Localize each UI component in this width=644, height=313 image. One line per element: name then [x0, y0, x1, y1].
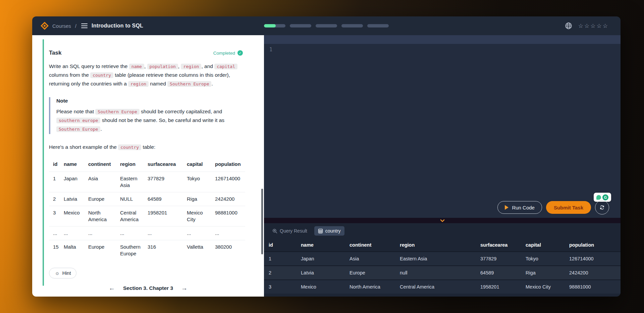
table-cell: North America	[346, 280, 396, 294]
example-intro: Here's a short example of the country ta…	[49, 144, 243, 150]
table-cell: Eastern Asia	[120, 172, 148, 192]
text-segment: .	[100, 126, 102, 132]
table-cell: Asia	[346, 252, 396, 265]
table-cell: 1958201	[148, 206, 187, 226]
table-row: 15MaltaEuropeSouthern Europe316Valletta3…	[49, 240, 245, 260]
table-cell: Tokyo	[187, 172, 215, 192]
table-cell: Riga	[187, 192, 215, 206]
tab-query-result[interactable]: Query Result	[269, 226, 311, 236]
table-cell: ...	[148, 227, 187, 240]
inline-code: name	[129, 64, 144, 69]
table-row: 3MexicoNorth AmericaCentral America19582…	[264, 279, 621, 294]
inline-code: region	[128, 81, 149, 87]
editor-line-number: 1	[269, 47, 272, 53]
table-cell: null	[396, 266, 477, 279]
table-cell: 126714000	[215, 172, 245, 192]
table-icon	[318, 229, 323, 234]
column-header: region	[396, 239, 477, 251]
status-badge: Completed ✓	[213, 50, 243, 56]
table-cell: 64589	[477, 266, 522, 279]
table-cell: 2	[49, 192, 64, 206]
hint-label: Hint	[62, 270, 71, 276]
table-cell: Mexico	[64, 206, 88, 226]
table-cell: 2424200	[215, 192, 245, 206]
run-code-button[interactable]: Run Code	[497, 201, 542, 214]
column-header: population	[215, 158, 245, 172]
table-cell: 1	[264, 252, 298, 265]
table-cell: ...	[88, 227, 120, 240]
progress-segment[interactable]	[341, 24, 363, 27]
column-header: name	[298, 239, 346, 251]
star-icon[interactable]: ☆	[578, 23, 583, 29]
menu-icon[interactable]	[81, 23, 88, 28]
note-title: Note	[56, 98, 243, 104]
progress-segment[interactable]	[264, 24, 285, 27]
table-cell: ...	[187, 227, 215, 240]
progress-segment[interactable]	[290, 24, 311, 27]
task-completed-stripe	[43, 39, 44, 286]
inline-code: Southern Europe	[56, 126, 100, 132]
code-editor[interactable]: 1 G Run Code Submit Task	[264, 35, 621, 218]
table-cell: ...	[120, 227, 148, 240]
breadcrumb-courses[interactable]: Courses	[52, 23, 71, 29]
scrollbar-thumb[interactable]	[261, 189, 263, 254]
inline-code: country	[90, 72, 113, 78]
table-cell: NULL	[120, 192, 148, 206]
result-table-header: idnamecontinentregionsurfaceareacapitalp…	[264, 239, 621, 251]
table-cell: 15	[49, 240, 64, 260]
table-cell: Latvia	[64, 192, 88, 206]
content-divider	[43, 37, 236, 37]
table-cell: 126714000	[566, 252, 621, 265]
column-header: capital	[522, 239, 566, 251]
text-segment: ,	[144, 63, 147, 69]
chapter-label: Section 3. Chapter 3	[123, 285, 173, 291]
panel-divider[interactable]	[264, 218, 621, 223]
table-cell: North America	[88, 206, 120, 226]
rating-stars[interactable]: ☆☆☆☆☆	[578, 23, 608, 29]
table-cell: Mexico City	[522, 280, 566, 294]
tab-label: Query Result	[280, 228, 307, 234]
table-cell: 377829	[477, 252, 522, 265]
app-topbar: Courses / Introduction to SQL ☆☆☆☆☆	[32, 16, 621, 35]
table-cell: Europe	[88, 240, 120, 260]
table-cell: Central America	[120, 206, 148, 226]
table-cell: Japan	[64, 172, 88, 192]
chapter-nav: ← Section 3. Chapter 3 →	[32, 285, 264, 291]
column-header: id	[264, 239, 298, 251]
hint-button[interactable]: ☼ Hint	[49, 268, 76, 278]
progress-segment[interactable]	[316, 24, 337, 27]
task-panel: Task Completed ✓ Write an SQL query to r…	[32, 35, 264, 297]
inline-code: Southern Europe	[95, 109, 139, 115]
status-label: Completed	[213, 51, 235, 56]
text-segment: table:	[141, 144, 155, 150]
results-tabs: Query Result country	[264, 223, 621, 239]
star-icon[interactable]: ☆	[584, 23, 589, 29]
progress-segment[interactable]	[367, 24, 389, 27]
table-cell: 64589	[148, 192, 187, 206]
inline-code: country	[118, 144, 141, 150]
next-chapter-button[interactable]: →	[181, 285, 187, 291]
table-cell: 377829	[148, 172, 187, 192]
table-cell: 380200	[215, 240, 245, 260]
table-cell: Mexico City	[187, 206, 215, 226]
table-cell: Riga	[522, 266, 566, 279]
globe-icon[interactable]	[565, 22, 572, 29]
task-content: Task Completed ✓ Write an SQL query to r…	[32, 35, 264, 278]
table-cell: 3	[49, 206, 64, 226]
column-header: name	[64, 158, 88, 172]
app-logo-icon[interactable]	[40, 21, 49, 30]
submit-task-button[interactable]: Submit Task	[546, 201, 591, 214]
zoom-icon	[272, 229, 277, 234]
table-row: 3MexicoNorth AmericaCentral America19582…	[49, 206, 245, 226]
prev-chapter-button[interactable]: ←	[109, 285, 115, 291]
table-cell: Japan	[298, 252, 346, 265]
tab-country[interactable]: country	[314, 226, 344, 236]
column-header: capital	[187, 158, 215, 172]
column-header: continent	[346, 239, 396, 251]
star-icon[interactable]: ☆	[590, 23, 595, 29]
star-icon[interactable]: ☆	[597, 23, 602, 29]
column-header: id	[49, 158, 64, 172]
reset-code-button[interactable]	[595, 200, 609, 214]
star-icon[interactable]: ☆	[603, 23, 608, 29]
table-cell: 1	[49, 172, 64, 192]
